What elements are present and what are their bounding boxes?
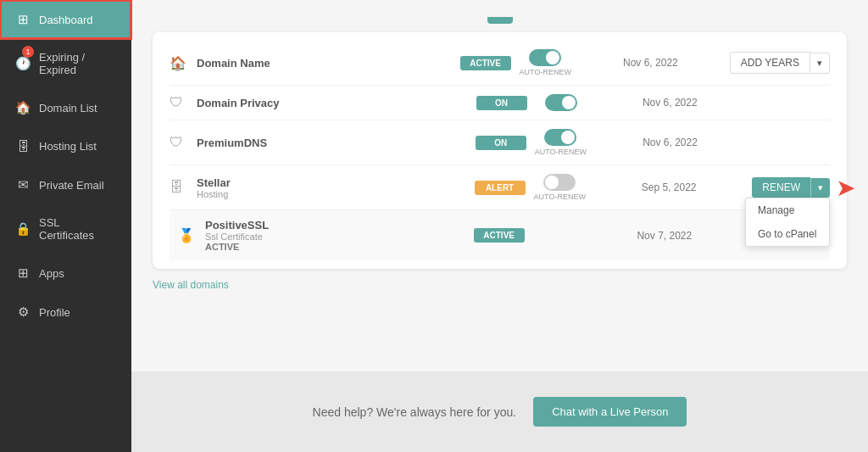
- status-badge: ON: [476, 136, 526, 150]
- domain-icon: 🏠: [15, 100, 31, 115]
- renew-dropdown-button[interactable]: ▾: [810, 178, 830, 198]
- row-icon: 🏅: [178, 227, 197, 243]
- date-col: Nov 6, 2022: [595, 97, 746, 109]
- date-col: Sep 5, 2022: [594, 181, 743, 193]
- status-badge: ON: [476, 96, 527, 110]
- domain-info: Stellar Hosting: [197, 176, 466, 199]
- dashboard-icon: ⊞: [15, 12, 31, 27]
- profile-icon: ⚙: [15, 304, 31, 320]
- table-row: 🗄 Stellar Hosting ALERT AUTO-RENEW Sep 5…: [170, 165, 830, 210]
- sidebar-item-ssl[interactable]: 🔒 SSL Certificates: [0, 204, 131, 254]
- ssl-icon: 🔒: [15, 221, 31, 237]
- toggle-knob: [562, 96, 576, 109]
- sidebar-item-private-email[interactable]: ✉ Private Email: [0, 165, 131, 204]
- dashboard-card: 🏠 Domain Name ACTIVE AUTO-RENEW Nov 6, 2…: [153, 32, 847, 269]
- sidebar-item-label: Dashboard: [39, 14, 93, 26]
- footer: Need help? We're always here for you. Ch…: [131, 371, 868, 452]
- table-row: 🛡 PremiumDNS ON AUTO-RENEW Nov 6, 2022: [170, 120, 830, 165]
- sidebar-item-domain-list[interactable]: 🏠 Domain List: [0, 88, 131, 127]
- help-text: Need help? We're always here for you.: [313, 405, 517, 419]
- status-badge: ACTIVE: [460, 56, 511, 70]
- status-badge: ALERT: [475, 181, 526, 195]
- sidebar-item-label: Expiring / Expired: [39, 51, 116, 76]
- toggle-wrap: [536, 94, 587, 111]
- domain-name: PositiveSSL: [205, 219, 465, 232]
- toggle-knob: [561, 131, 575, 144]
- scroll-indicator: [487, 17, 513, 24]
- domain-info: Domain Name: [197, 57, 452, 70]
- status-badge: ACTIVE: [474, 228, 525, 243]
- domain-info: PremiumDNS: [197, 137, 467, 149]
- table-row: 🛡 Domain Privacy ON Nov 6, 2022: [170, 86, 830, 120]
- sidebar-item-expiring[interactable]: 🕐 Expiring / Expired 1: [0, 39, 131, 88]
- sidebar: ⊞ Dashboard 🕐 Expiring / Expired 1 🏠 Dom…: [0, 0, 131, 452]
- ssl-status-sub: ACTIVE: [205, 242, 465, 252]
- domain-info: Domain Privacy: [197, 97, 468, 109]
- main-content: 🏠 Domain Name ACTIVE AUTO-RENEW Nov 6, 2…: [131, 0, 868, 452]
- sidebar-item-label: Profile: [39, 306, 70, 319]
- dropdown-toggle-button[interactable]: ▾: [810, 53, 830, 74]
- date-col: Nov 7, 2022: [593, 230, 737, 242]
- add-years-button[interactable]: ADD YEARS: [730, 52, 810, 74]
- sidebar-item-label: Apps: [39, 267, 64, 280]
- auto-renew-toggle[interactable]: [544, 129, 576, 146]
- hosting-icon: 🗄: [15, 139, 31, 153]
- domain-sub: Hosting: [197, 189, 466, 199]
- auto-renew-label: AUTO-RENEW: [534, 193, 586, 201]
- sidebar-item-label: Hosting List: [39, 140, 97, 153]
- row-icon: 🛡: [170, 95, 188, 110]
- sidebar-item-apps[interactable]: ⊞ Apps: [0, 254, 131, 293]
- chat-button[interactable]: Chat with a Live Person: [533, 397, 687, 427]
- toggle-wrap: AUTO-RENEW: [520, 49, 571, 76]
- manage-item[interactable]: Manage: [746, 198, 829, 222]
- auto-renew-toggle[interactable]: [545, 94, 577, 111]
- row-icon: 🛡: [170, 135, 188, 150]
- domain-name: Domain Privacy: [197, 97, 468, 109]
- email-icon: ✉: [15, 177, 31, 193]
- sidebar-item-label: SSL Certificates: [39, 216, 116, 242]
- renew-dropdown-menu: Manage Go to cPanel: [745, 198, 830, 247]
- date-col: Nov 6, 2022: [580, 57, 721, 69]
- auto-renew-toggle[interactable]: [543, 174, 576, 191]
- table-row: 🏅 PositiveSSL Ssl Certificate ACTIVE ACT…: [170, 210, 830, 260]
- sidebar-item-hosting-list[interactable]: 🗄 Hosting List: [0, 127, 131, 165]
- sidebar-item-label: Private Email: [39, 179, 104, 192]
- toggle-wrap: AUTO-RENEW: [535, 129, 587, 156]
- domain-info: PositiveSSL Ssl Certificate ACTIVE: [205, 219, 465, 252]
- domain-name: Stellar: [197, 176, 466, 189]
- expiring-badge: 1: [22, 46, 34, 58]
- auto-renew-label: AUTO-RENEW: [520, 68, 571, 76]
- action-wrap: ADD YEARS ▾: [730, 52, 830, 74]
- sidebar-item-dashboard[interactable]: ⊞ Dashboard: [0, 0, 131, 39]
- table-row: 🏠 Domain Name ACTIVE AUTO-RENEW Nov 6, 2…: [170, 41, 830, 86]
- renew-button[interactable]: RENEW: [752, 177, 810, 198]
- action-wrap: RENEW ▾ Manage Go to cPanel: [752, 177, 830, 198]
- apps-icon: ⊞: [15, 265, 31, 281]
- sidebar-item-label: Domain List: [39, 102, 97, 114]
- auto-renew-label: AUTO-RENEW: [535, 148, 587, 156]
- domain-name: Domain Name: [197, 57, 452, 70]
- domain-name: PremiumDNS: [197, 137, 467, 149]
- toggle-knob: [546, 51, 559, 64]
- row-icon: 🗄: [170, 180, 188, 195]
- goto-cpanel-item[interactable]: Go to cPanel: [746, 222, 829, 246]
- auto-renew-toggle[interactable]: [529, 49, 561, 66]
- view-all-link[interactable]: View all domains: [153, 279, 847, 291]
- content-area: 🏠 Domain Name ACTIVE AUTO-RENEW Nov 6, 2…: [131, 0, 868, 371]
- expiring-icon: 🕐: [15, 56, 31, 71]
- date-col: Nov 6, 2022: [595, 137, 745, 148]
- toggle-wrap: AUTO-RENEW: [534, 174, 586, 201]
- sidebar-item-profile[interactable]: ⚙ Profile: [0, 293, 131, 332]
- toggle-knob: [545, 176, 559, 189]
- row-icon: 🏠: [170, 55, 188, 71]
- domain-sub: Ssl Certificate: [205, 232, 465, 242]
- arrow-icon: ➤: [836, 174, 855, 202]
